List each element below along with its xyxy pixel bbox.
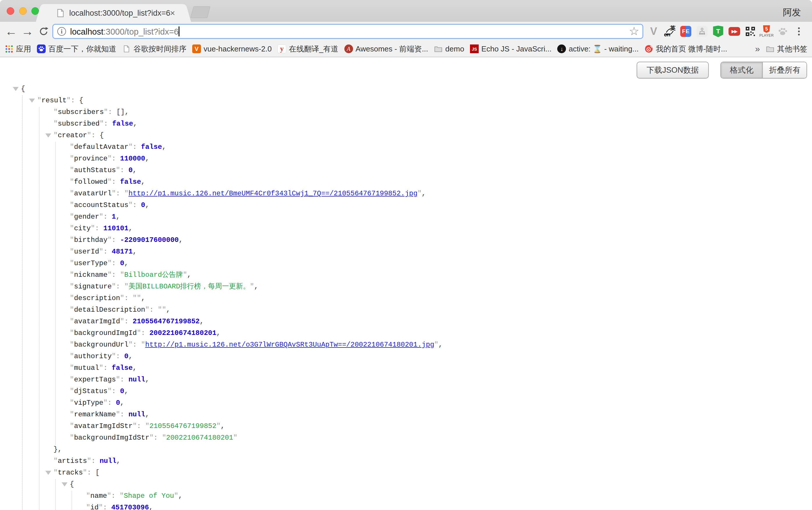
tab-title: localhost:3000/top_list?idx=6 [69, 9, 170, 18]
tab-strip: localhost:3000/top_list?idx=6 × 阿发 [0, 0, 812, 22]
address-bar[interactable]: i localhost:3000/top_list?idx=6 [52, 24, 643, 39]
tampermonkey-extension-icon[interactable]: T [712, 25, 724, 38]
bookmark-baidu[interactable]: 百度一下，你就知道 [37, 44, 116, 54]
bookmarks-overflow-chevron[interactable]: » [755, 44, 760, 54]
bookmark-apps[interactable]: 应用 [5, 44, 31, 54]
qrcode-extension-icon[interactable] [745, 25, 756, 38]
youdao-icon: y [278, 44, 286, 53]
url-path: :3000/top_list?idx=6 [103, 27, 179, 36]
weibo-icon [644, 44, 653, 53]
navigation-toolbar: ← → i localhost:3000/top_list?idx=6 ☆ V … [0, 22, 812, 41]
format-button[interactable]: 格式化 [721, 62, 762, 78]
baidu-paw-icon [37, 44, 46, 53]
bookmark-google-sort[interactable]: 谷歌按时间排序 [122, 44, 186, 54]
bookmark-demo-folder[interactable]: demo [434, 44, 464, 54]
vue-icon: V [192, 44, 201, 53]
html5-player-extension-icon[interactable]: 5 PLAYER [761, 25, 773, 38]
window-close-button[interactable] [7, 7, 14, 15]
page-content: 下载JSON数据 格式化 折叠所有 [0, 58, 812, 510]
paw-extension-icon[interactable] [777, 25, 788, 38]
document-icon [122, 44, 131, 53]
bookmark-other-bookmarks[interactable]: 其他书签 [766, 44, 807, 54]
reload-button[interactable] [36, 22, 51, 41]
echojs-icon: JS [470, 44, 479, 53]
browser-tab[interactable]: localhost:3000/top_list?idx=6 × [44, 4, 183, 22]
vimium-extension-icon[interactable]: V [648, 25, 659, 38]
bookmark-awesomes[interactable]: A Awesomes - 前端资... [344, 44, 428, 54]
browser-menu-icon[interactable] [793, 25, 805, 38]
url-host: localhost [70, 27, 103, 36]
text-caret [179, 26, 179, 36]
page-info-icon[interactable]: i [57, 27, 66, 36]
awesomes-icon: A [344, 44, 353, 53]
bookmarks-bar: 应用 百度一下，你就知道 谷歌按时间排序 V vue-hackernews-2.… [0, 41, 812, 57]
download-json-button[interactable]: 下载JSON数据 [637, 62, 709, 79]
extension-row: V 英 en FE T ▶▶ 5 PLAYER [643, 22, 809, 41]
url-text: localhost:3000/top_list?idx=6 [70, 26, 179, 37]
translate-extension-icon[interactable]: 英 en [664, 25, 676, 38]
browser-window: localhost:3000/top_list?idx=6 × 阿发 ← → i… [0, 0, 812, 510]
tab-close-icon[interactable]: × [170, 8, 175, 18]
bookmark-youdao-translate[interactable]: y 在线翻译_有道 [278, 44, 338, 54]
window-minimize-button[interactable] [19, 7, 27, 15]
bookmark-vue-hackernews[interactable]: V vue-hackernews-2.0 [192, 44, 272, 54]
folder-icon [766, 44, 775, 53]
profile-name[interactable]: 阿发 [783, 6, 801, 19]
bookmark-echojs[interactable]: JS Echo JS - JavaScri... [470, 44, 551, 54]
bookmark-weibo[interactable]: 我的首页 微博-随时... [644, 44, 727, 54]
folder-icon [434, 44, 443, 53]
bookmark-star-icon[interactable]: ☆ [629, 25, 639, 37]
page-favicon-icon [57, 9, 64, 19]
video-speed-extension-icon[interactable]: ▶▶ [728, 25, 740, 38]
bookmark-active-waiting[interactable]: ↓ active: ⌛ - waiting... [557, 44, 639, 54]
view-mode-segment: 格式化 折叠所有 [720, 62, 807, 79]
apps-grid-icon [5, 44, 13, 53]
new-tab-button[interactable] [191, 6, 210, 18]
fe-extension-icon[interactable]: FE [680, 25, 692, 38]
collapse-all-button[interactable]: 折叠所有 [762, 62, 807, 78]
sitemap-extension-icon[interactable] [696, 25, 708, 38]
download-circle-icon: ↓ [557, 44, 566, 53]
forward-button[interactable]: → [20, 22, 35, 41]
back-button[interactable]: ← [3, 22, 19, 41]
